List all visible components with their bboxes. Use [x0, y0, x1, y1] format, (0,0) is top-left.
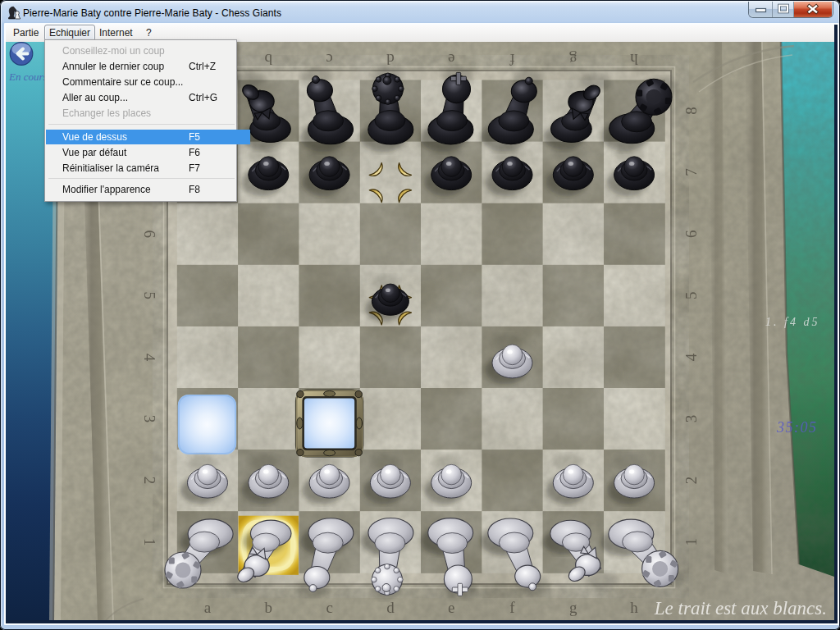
svg-text:g: g [569, 51, 578, 68]
svg-text:6: 6 [141, 230, 158, 238]
svg-text:Le trait est aux blancs.: Le trait est aux blancs. [654, 598, 827, 619]
svg-text:4: 4 [141, 354, 158, 362]
svg-text:g: g [569, 599, 578, 616]
svg-text:b: b [265, 599, 273, 616]
svg-text:3: 3 [141, 415, 158, 423]
svg-text:5: 5 [682, 292, 700, 300]
svg-text:6: 6 [682, 230, 700, 238]
svg-text:7: 7 [682, 168, 700, 176]
svg-text:e: e [448, 51, 454, 68]
svg-text:35:05: 35:05 [776, 419, 818, 436]
svg-text:b: b [265, 51, 273, 68]
svg-text:c: c [326, 51, 332, 68]
svg-text:2: 2 [141, 477, 158, 485]
svg-text:h: h [630, 599, 638, 616]
svg-text:f: f [509, 51, 515, 68]
svg-text:c: c [326, 599, 332, 616]
svg-text:3: 3 [682, 415, 700, 423]
svg-text:e: e [448, 599, 454, 616]
svg-text:1: 1 [141, 538, 158, 546]
svg-text:d: d [386, 599, 395, 616]
svg-text:5: 5 [141, 292, 158, 300]
svg-text:f: f [509, 599, 515, 616]
svg-text:1. f4 d5: 1. f4 d5 [765, 316, 819, 328]
svg-text:h: h [630, 51, 638, 68]
svg-text:1: 1 [682, 538, 700, 546]
svg-text:2: 2 [682, 477, 700, 485]
svg-text:4: 4 [682, 353, 700, 361]
svg-text:8: 8 [682, 107, 700, 115]
svg-text:a: a [204, 599, 212, 616]
